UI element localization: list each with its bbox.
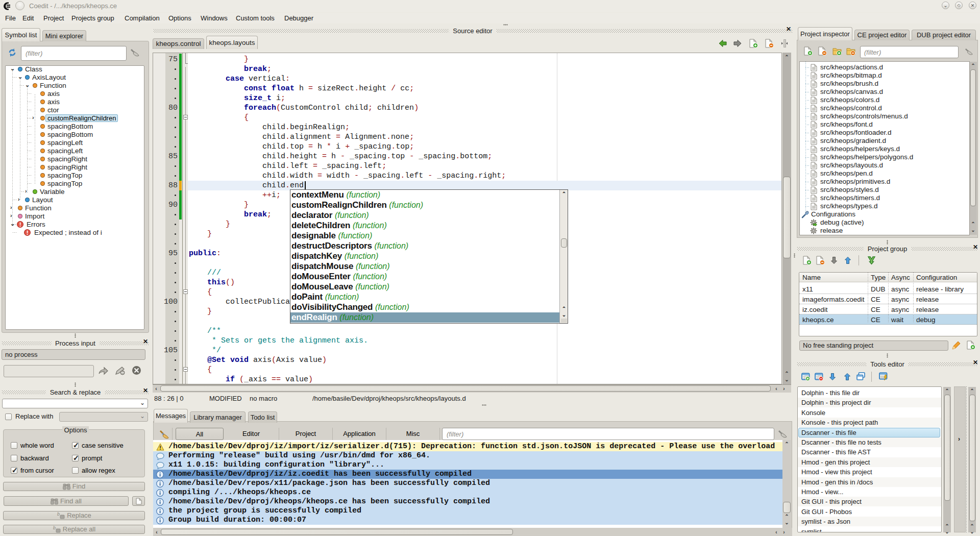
svg-text:b: b	[57, 512, 60, 517]
svg-text:b: b	[53, 526, 56, 530]
